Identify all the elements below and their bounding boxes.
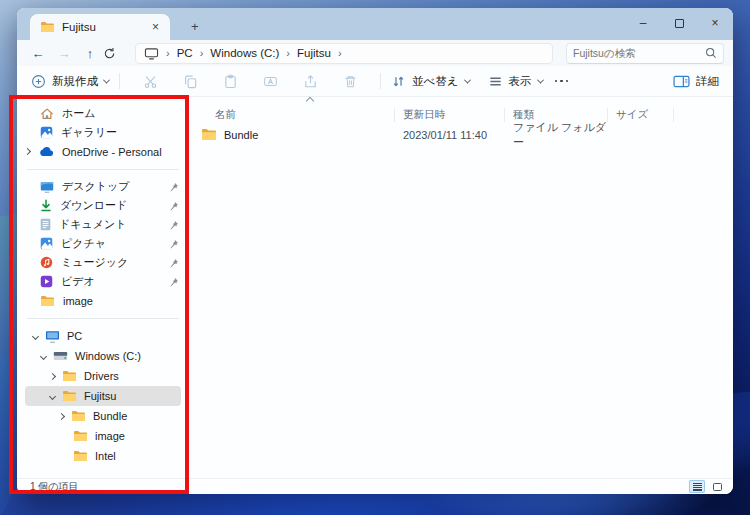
window-controls: – × [625, 8, 733, 38]
copy-button[interactable] [170, 74, 210, 89]
breadcrumb[interactable]: › PC › Windows (C:) › Fujitsu › [135, 43, 553, 64]
details-pane-button[interactable]: 詳細 [673, 74, 719, 89]
tree-item-drivers[interactable]: Drivers [25, 366, 181, 386]
crumb-pc[interactable]: PC [177, 47, 193, 59]
sidebar-separator [27, 169, 179, 170]
column-header-name[interactable]: 名前 [189, 108, 395, 122]
tab-bar: Fujitsu × + – × [17, 8, 733, 40]
pin-icon [169, 201, 179, 211]
rename-button[interactable] [250, 74, 290, 89]
view-label: 表示 [509, 74, 532, 89]
delete-button[interactable] [330, 74, 370, 89]
sidebar-separator [27, 318, 179, 319]
sidebar-item-onedrive[interactable]: OneDrive - Personal [17, 142, 189, 161]
file-row-bundle[interactable]: Bundle 2023/01/11 11:40 ファイル フォルダー [189, 125, 733, 144]
up-button[interactable]: ↑ [77, 46, 103, 61]
chevron-down-icon [464, 76, 471, 83]
tree-label: Intel [95, 450, 116, 462]
details-view-button[interactable] [689, 480, 705, 493]
search-icon [705, 47, 717, 59]
chevron-right-icon[interactable] [58, 412, 65, 419]
tree-item-image[interactable]: image [25, 426, 181, 446]
sidebar-item-desktop[interactable]: デスクトップ [17, 177, 189, 196]
paste-button[interactable] [210, 74, 250, 89]
tab-close-icon[interactable]: × [149, 21, 162, 33]
folder-icon [62, 370, 77, 382]
toolbar-divider [380, 73, 381, 89]
onedrive-cloud-icon [38, 146, 54, 157]
file-modified: 2023/01/11 11:40 [395, 125, 505, 144]
videos-icon [40, 275, 53, 288]
sort-icon [391, 74, 406, 89]
crumb-separator: › [200, 47, 204, 59]
tab-fujitsu[interactable]: Fujitsu × [30, 14, 170, 40]
crumb-fujitsu[interactable]: Fujitsu [297, 47, 331, 59]
search-box[interactable] [566, 43, 724, 64]
view-toggles [689, 480, 725, 493]
sort-ascending-icon [306, 97, 314, 105]
chevron-right-icon[interactable] [49, 372, 56, 379]
share-button[interactable] [290, 74, 330, 89]
tree-item-bundle[interactable]: Bundle [25, 406, 181, 426]
sidebar-label: OneDrive - Personal [62, 146, 162, 158]
chevron-down-icon[interactable] [49, 392, 56, 399]
close-button[interactable]: × [697, 8, 733, 38]
sidebar-item-downloads[interactable]: ダウンロード [17, 196, 189, 215]
sidebar-label: ピクチャ [61, 236, 106, 251]
this-pc-icon [144, 47, 159, 60]
refresh-button[interactable] [103, 47, 129, 60]
minimize-button[interactable]: – [625, 8, 661, 38]
large-icons-view-button[interactable] [709, 480, 725, 493]
chevron-down-icon[interactable] [32, 332, 39, 339]
pin-icon [169, 182, 179, 192]
tree-item-fujitsu[interactable]: Fujitsu [25, 386, 181, 406]
chevron-down-icon[interactable] [40, 352, 47, 359]
view-button[interactable]: 表示 [488, 74, 543, 89]
desktop-wallpaper: Fujitsu × + – × ← → ↑ › PC [0, 0, 750, 515]
document-icon [40, 218, 51, 231]
file-name: Bundle [224, 129, 258, 141]
sidebar-item-music[interactable]: ミュージック [17, 253, 189, 272]
folder-icon [73, 450, 88, 462]
crumb-separator: › [166, 47, 170, 59]
item-count: 1 個の項目 [30, 480, 79, 494]
chevron-down-icon [103, 76, 110, 83]
sidebar-item-home[interactable]: ホーム [17, 104, 189, 123]
column-header-modified[interactable]: 更新日時 [395, 108, 505, 122]
toolbar-divider [119, 73, 120, 89]
column-headers: 名前 更新日時 種類 サイズ [189, 106, 733, 123]
tree-item-pc[interactable]: PC [25, 326, 181, 346]
music-icon [40, 256, 53, 269]
new-tab-button[interactable]: + [184, 18, 206, 35]
pin-icon [169, 277, 179, 287]
tree-item-intel[interactable]: Intel [25, 446, 181, 466]
cut-button[interactable] [130, 74, 170, 89]
tree-item-windows-c[interactable]: Windows (C:) [25, 346, 181, 366]
tree-label: Drivers [84, 370, 119, 382]
sort-button[interactable]: 並べ替え [391, 74, 470, 89]
command-toolbar: 新規作成 [17, 66, 733, 97]
pin-icon [169, 239, 179, 249]
search-input[interactable] [573, 47, 705, 59]
chevron-right-icon[interactable] [24, 148, 31, 155]
back-button[interactable]: ← [25, 46, 51, 61]
sidebar-label: ビデオ [61, 274, 95, 289]
maximize-button[interactable] [661, 8, 697, 38]
see-more-icon[interactable] [555, 80, 569, 83]
sidebar-item-image[interactable]: image [17, 291, 189, 310]
forward-button[interactable]: → [51, 46, 77, 61]
sidebar-item-gallery[interactable]: ギャラリー [17, 123, 189, 142]
desktop-icon [40, 181, 54, 193]
tree-label: image [95, 430, 125, 442]
crumb-windows-c[interactable]: Windows (C:) [210, 47, 279, 59]
sidebar-label: ホーム [62, 106, 96, 121]
address-bar-row: ← → ↑ › PC › Windows (C:) › Fujitsu › [17, 40, 733, 66]
sidebar-item-pictures[interactable]: ピクチャ [17, 234, 189, 253]
column-header-size[interactable]: サイズ [608, 108, 674, 122]
sidebar-item-documents[interactable]: ドキュメント [17, 215, 189, 234]
home-icon [40, 107, 54, 120]
new-button[interactable]: 新規作成 [31, 74, 109, 89]
sidebar-item-videos[interactable]: ビデオ [17, 272, 189, 291]
gallery-icon [40, 126, 53, 139]
pin-icon [169, 258, 179, 268]
